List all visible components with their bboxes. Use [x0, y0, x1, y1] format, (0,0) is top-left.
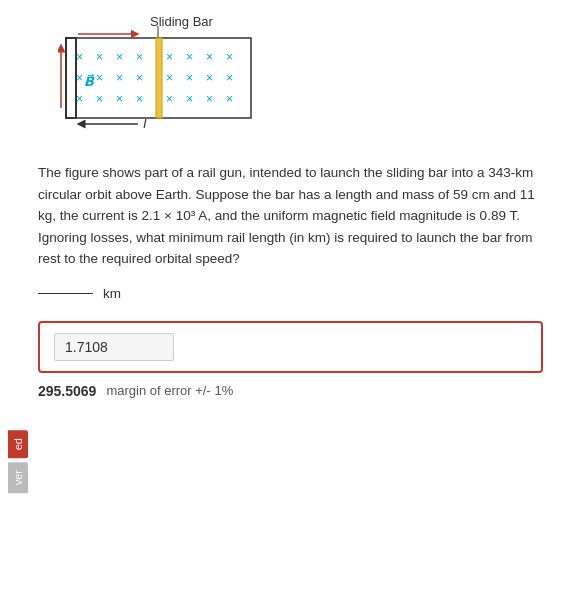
- svg-text:×: ×: [136, 92, 143, 106]
- svg-text:×: ×: [186, 50, 193, 64]
- answer-blank: km: [38, 286, 543, 301]
- blank-line: [38, 293, 93, 294]
- svg-text:×: ×: [206, 50, 213, 64]
- page-wrapper: ed ver Sliding Bar × × × ×: [0, 0, 563, 599]
- diagram-label: Sliding Bar: [150, 14, 213, 29]
- submitted-area: 1.7108: [38, 321, 543, 373]
- svg-text:×: ×: [136, 50, 143, 64]
- svg-text:×: ×: [116, 71, 123, 85]
- svg-text:×: ×: [226, 71, 233, 85]
- svg-text:×: ×: [116, 50, 123, 64]
- svg-text:×: ×: [136, 71, 143, 85]
- svg-text:×: ×: [96, 92, 103, 106]
- answered-tab[interactable]: ed: [8, 430, 28, 458]
- submitted-value: 1.7108: [54, 333, 174, 361]
- svg-text:I: I: [143, 116, 147, 131]
- main-content: Sliding Bar × × × × × × ×: [28, 0, 563, 599]
- problem-text: The figure shows part of a rail gun, int…: [38, 162, 543, 270]
- unit-label: km: [103, 286, 121, 301]
- svg-text:×: ×: [186, 92, 193, 106]
- svg-rect-2: [66, 38, 76, 118]
- left-tabs: ed ver: [0, 0, 28, 599]
- svg-text:×: ×: [96, 71, 103, 85]
- rail-gun-diagram: × × × × × × × × × × × × × × × × × ×: [58, 26, 278, 146]
- svg-text:×: ×: [76, 92, 83, 106]
- svg-text:×: ×: [226, 92, 233, 106]
- margin-of-error-label: margin of error +/- 1%: [106, 383, 233, 398]
- svg-text:×: ×: [206, 92, 213, 106]
- svg-text:×: ×: [96, 50, 103, 64]
- correct-value: 295.5069: [38, 383, 96, 399]
- svg-text:×: ×: [116, 92, 123, 106]
- svg-text:×: ×: [186, 71, 193, 85]
- svg-text:×: ×: [166, 50, 173, 64]
- svg-text:B⃗: B⃗: [84, 74, 95, 89]
- svg-text:×: ×: [166, 71, 173, 85]
- svg-rect-3: [156, 38, 162, 118]
- svg-text:×: ×: [206, 71, 213, 85]
- svg-text:×: ×: [226, 50, 233, 64]
- svg-text:×: ×: [166, 92, 173, 106]
- svg-text:×: ×: [76, 71, 83, 85]
- correct-row: 295.5069 margin of error +/- 1%: [38, 383, 543, 399]
- diagram-container: Sliding Bar × × × × × × ×: [58, 16, 543, 146]
- version-tab[interactable]: ver: [8, 462, 28, 493]
- svg-text:×: ×: [76, 50, 83, 64]
